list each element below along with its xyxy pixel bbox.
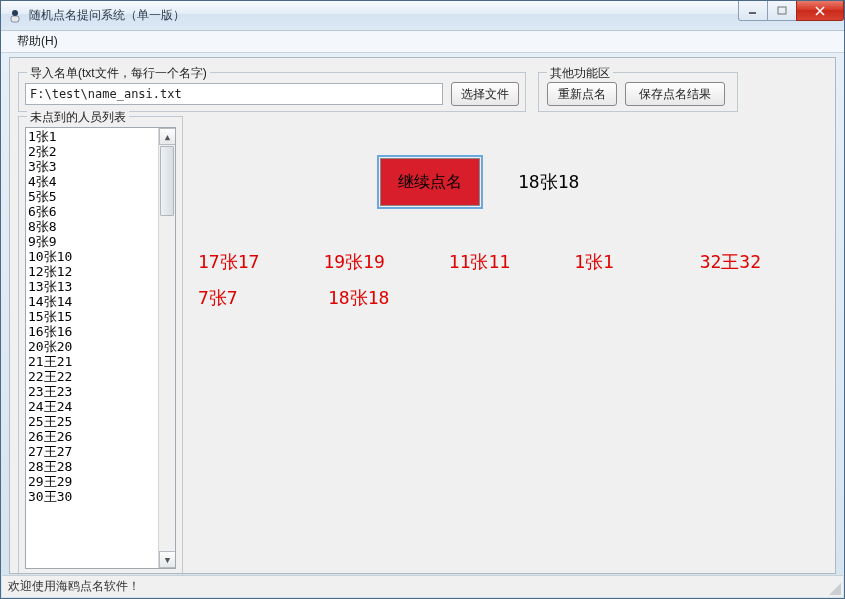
current-picked-name: 18张18 [518, 170, 579, 194]
list-groupbox: 未点到的人员列表 1张12张23张34张45张56张68张89张910张1012… [18, 116, 183, 576]
list-item[interactable]: 15张15 [28, 309, 156, 324]
list-item[interactable]: 25王25 [28, 414, 156, 429]
picked-name: 18张18 [328, 286, 458, 310]
titlebar[interactable]: 随机点名提问系统（单一版） [1, 1, 844, 31]
picked-row-1: 17张1719张1911张111张132王32 [198, 250, 825, 274]
list-item[interactable]: 1张1 [28, 129, 156, 144]
list-item[interactable]: 9张9 [28, 234, 156, 249]
svg-point-0 [12, 10, 18, 16]
list-item[interactable]: 4张4 [28, 174, 156, 189]
scroll-up-button[interactable]: ▲ [159, 128, 176, 145]
list-item[interactable]: 14张14 [28, 294, 156, 309]
picked-name: 17张17 [198, 250, 323, 274]
picked-name: 32王32 [700, 250, 825, 274]
resize-grip-icon[interactable] [827, 581, 841, 595]
list-group-legend: 未点到的人员列表 [27, 109, 129, 126]
continue-pick-button[interactable]: 继续点名 [380, 158, 480, 206]
maximize-button[interactable] [767, 1, 797, 21]
list-item[interactable]: 13张13 [28, 279, 156, 294]
statusbar-text: 欢迎使用海鸥点名软件！ [8, 578, 140, 595]
list-item[interactable]: 20张20 [28, 339, 156, 354]
list-item[interactable]: 16张16 [28, 324, 156, 339]
picked-name: 1张1 [574, 250, 699, 274]
list-item[interactable]: 21王21 [28, 354, 156, 369]
picked-row-2: 7张718张18 [198, 286, 825, 310]
svg-rect-1 [11, 16, 19, 22]
unpicked-listbox[interactable]: 1张12张23张34张45张56张68张89张910张1012张1213张131… [25, 127, 176, 569]
import-groupbox: 导入名单(txt文件，每行一个名字) 选择文件 [18, 72, 526, 112]
list-item[interactable]: 30王30 [28, 489, 156, 504]
window-controls [739, 1, 844, 23]
menubar: 帮助(H) [1, 31, 844, 53]
list-item[interactable]: 2张2 [28, 144, 156, 159]
minimize-button[interactable] [738, 1, 768, 21]
app-icon [7, 8, 23, 24]
list-item[interactable]: 10张10 [28, 249, 156, 264]
picked-name: 19张19 [323, 250, 448, 274]
statusbar: 欢迎使用海鸥点名软件！ [2, 575, 843, 597]
picked-name: 7张7 [198, 286, 328, 310]
list-item[interactable]: 8张8 [28, 219, 156, 234]
scroll-thumb[interactable] [160, 146, 174, 216]
client-area: 导入名单(txt文件，每行一个名字) 选择文件 其他功能区 重新点名 保存点名结… [9, 57, 836, 574]
import-group-legend: 导入名单(txt文件，每行一个名字) [27, 65, 210, 82]
svg-rect-3 [778, 7, 786, 14]
app-window: 随机点名提问系统（单一版） 帮助(H) 导入名单(txt文件，每行一个名字) 选… [0, 0, 845, 599]
save-result-button[interactable]: 保存点名结果 [625, 82, 725, 106]
list-item[interactable]: 22王22 [28, 369, 156, 384]
other-group-legend: 其他功能区 [547, 65, 613, 82]
other-groupbox: 其他功能区 重新点名 保存点名结果 [538, 72, 738, 112]
list-item[interactable]: 12张12 [28, 264, 156, 279]
menu-help[interactable]: 帮助(H) [9, 31, 66, 52]
scroll-down-button[interactable]: ▼ [159, 551, 176, 568]
list-item[interactable]: 6张6 [28, 204, 156, 219]
choose-file-button[interactable]: 选择文件 [451, 82, 519, 106]
list-item[interactable]: 5张5 [28, 189, 156, 204]
list-item[interactable]: 3张3 [28, 159, 156, 174]
list-item[interactable]: 24王24 [28, 399, 156, 414]
picked-name: 11张11 [449, 250, 574, 274]
window-title: 随机点名提问系统（单一版） [29, 7, 185, 24]
redo-button[interactable]: 重新点名 [547, 82, 617, 106]
close-button[interactable] [796, 1, 844, 21]
list-item[interactable]: 27王27 [28, 444, 156, 459]
list-item[interactable]: 26王26 [28, 429, 156, 444]
import-path-input[interactable] [25, 83, 443, 105]
list-item[interactable]: 23王23 [28, 384, 156, 399]
list-item[interactable]: 29王29 [28, 474, 156, 489]
list-scrollbar[interactable]: ▲ ▼ [158, 128, 175, 568]
list-item[interactable]: 28王28 [28, 459, 156, 474]
